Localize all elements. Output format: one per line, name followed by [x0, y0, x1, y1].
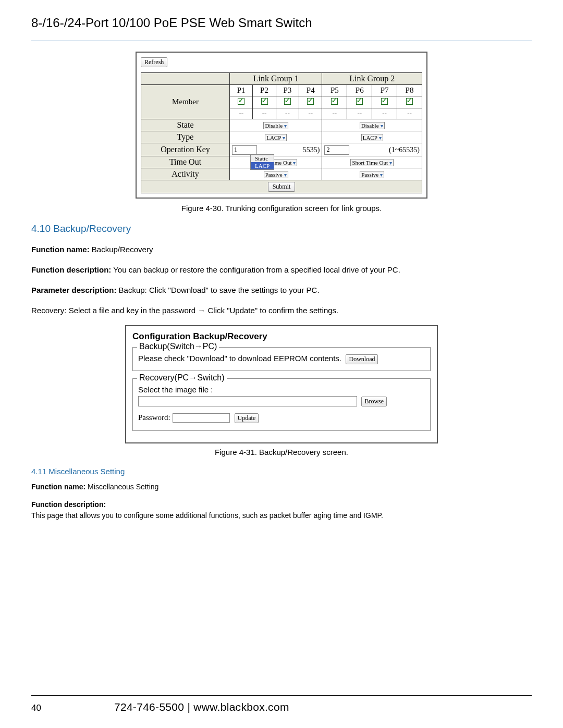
opkey-input-group2[interactable]: 2	[324, 145, 349, 155]
port-label: P4	[299, 85, 322, 96]
member-dash: --	[230, 108, 253, 119]
member-dash: --	[253, 108, 276, 119]
member-checkbox-p6[interactable]	[356, 98, 363, 105]
member-checkbox-p3[interactable]	[284, 98, 291, 105]
chevron-down-icon: ▾	[293, 160, 296, 166]
link-group-2-header: Link Group 2	[322, 73, 422, 85]
member-checkbox-p4[interactable]	[307, 98, 314, 105]
section-heading-backup: 4.10 Backup/Recovery	[31, 223, 532, 235]
chevron-down-icon: ▾	[381, 123, 383, 129]
type-option-static[interactable]: Static	[251, 155, 274, 162]
footer-contact: 724-746-5500 | www.blackbox.com	[114, 701, 289, 713]
header-rule	[31, 41, 532, 41]
activity-select-group2[interactable]: Passive▾	[360, 171, 384, 178]
type-option-lacp[interactable]: LACP	[251, 162, 274, 169]
state-select-group1[interactable]: Disable▾	[263, 122, 288, 129]
member-row-header: Member	[141, 85, 230, 119]
page-footer: 40 724-746-5500 | www.blackbox.com	[31, 695, 532, 713]
type-select-group2[interactable]: LACP▾	[361, 134, 383, 141]
member-dash: --	[276, 108, 299, 119]
member-dash: --	[372, 108, 397, 119]
opkey-row-header: Operation Key	[141, 143, 230, 156]
chevron-down-icon: ▾	[379, 135, 382, 141]
page-title: 8-/16-/24-Port 10/100 PoE PSE Web Smart …	[31, 16, 532, 30]
download-button[interactable]: Download	[346, 354, 378, 364]
chevron-down-icon: ▾	[389, 160, 392, 166]
figure-caption-31: Figure 4-31. Backup/Recovery screen.	[31, 448, 532, 456]
activity-select-group1[interactable]: Passive▾	[264, 171, 288, 178]
port-label: P7	[372, 85, 397, 96]
timeout-select-group2[interactable]: Short Time Out▾	[350, 159, 393, 166]
submit-button[interactable]: Submit	[268, 182, 296, 192]
recovery-legend: Recovery(PC→Switch)	[137, 373, 227, 382]
member-checkbox-p7[interactable]	[381, 98, 388, 105]
link-group-table: Link Group 1 Link Group 2 Member P1 P2 P…	[141, 72, 422, 193]
opkey-range: (1~65535)	[389, 146, 420, 154]
type-dropdown-options: Static LACP	[250, 154, 274, 170]
param-desc-line: Parameter description: Backup: Click "Do…	[31, 285, 532, 295]
member-dash: --	[347, 108, 372, 119]
opkey-range: 5535)	[303, 146, 320, 154]
member-dash: --	[299, 108, 322, 119]
section-heading-misc: 4.11 Miscellaneous Setting	[31, 467, 532, 476]
member-checkbox-p5[interactable]	[331, 98, 338, 105]
recovery-fieldset: Recovery(PC→Switch) Select the image fil…	[132, 378, 431, 431]
misc-func-name: Function name: Miscellaneous Setting	[31, 482, 532, 492]
member-dash: --	[397, 108, 422, 119]
recovery-line: Recovery: Select a file and key in the p…	[31, 305, 532, 316]
member-checkbox-p1[interactable]	[238, 98, 244, 105]
port-label: P2	[253, 85, 276, 96]
port-label: P6	[347, 85, 372, 96]
backup-box-title: Configuration Backup/Recovery	[132, 331, 433, 342]
port-label: P1	[230, 85, 253, 96]
page-number: 40	[31, 703, 41, 713]
footer-rule	[31, 695, 532, 696]
type-select-group1[interactable]: LACP▾	[265, 134, 287, 141]
chevron-down-icon: ▾	[284, 123, 287, 129]
file-input[interactable]	[138, 396, 357, 406]
state-row-header: State	[141, 119, 230, 131]
backup-text: Please check "Download" to download EEPR…	[138, 354, 341, 363]
chevron-down-icon: ▾	[283, 135, 285, 141]
update-button[interactable]: Update	[235, 413, 259, 423]
port-label: P3	[276, 85, 299, 96]
password-input[interactable]	[173, 413, 230, 423]
activity-row-header: Activity	[141, 168, 230, 180]
timeout-row-header: Time Out	[141, 156, 230, 168]
refresh-button[interactable]: Refresh	[141, 57, 167, 67]
member-dash: --	[322, 108, 347, 119]
state-select-group2[interactable]: Disable▾	[360, 122, 385, 129]
backup-fieldset: Backup(Switch→PC) Please check "Download…	[132, 347, 431, 371]
figure-caption-30: Figure 4-30. Trunking configuration scre…	[31, 204, 532, 213]
port-label: P5	[322, 85, 347, 96]
misc-func-desc: Function description:	[31, 500, 532, 510]
backup-legend: Backup(Switch→PC)	[137, 342, 219, 351]
func-name-line: Function name: Backup/Recovery	[31, 244, 532, 255]
chevron-down-icon: ▾	[284, 172, 287, 178]
port-label: P8	[397, 85, 422, 96]
browse-button[interactable]: Browse	[361, 397, 387, 406]
func-desc-line: Function description: You can backup or …	[31, 264, 532, 275]
password-label: Password:	[138, 413, 170, 422]
misc-func-desc-text: This page that allows you to configure s…	[31, 511, 532, 521]
select-file-label: Select the image file :	[138, 385, 425, 394]
member-checkbox-p8[interactable]	[406, 98, 413, 105]
trunking-screenshot: Refresh Link Group 1 Link Group 2 Member…	[136, 52, 427, 199]
member-checkbox-p2[interactable]	[261, 98, 268, 105]
opkey-input-group1[interactable]: 1	[232, 145, 257, 155]
link-group-1-header: Link Group 1	[230, 73, 322, 85]
chevron-down-icon: ▾	[380, 172, 383, 178]
backup-recovery-screenshot: Configuration Backup/Recovery Backup(Swi…	[125, 325, 438, 443]
type-row-header: Type	[141, 131, 230, 143]
